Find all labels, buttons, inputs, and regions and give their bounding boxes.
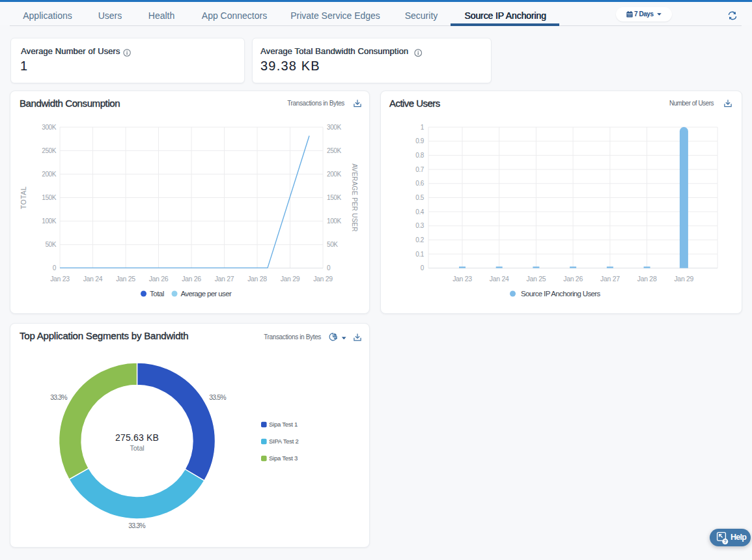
svg-text:Jan 29: Jan 29 <box>281 275 300 283</box>
svg-text:0.7: 0.7 <box>415 166 425 173</box>
svg-text:0.2: 0.2 <box>415 236 425 244</box>
svg-text:50K: 50K <box>45 241 56 248</box>
svg-text:Jan 23: Jan 23 <box>50 275 70 283</box>
svg-text:Jan 25: Jan 25 <box>527 275 546 283</box>
svg-text:Jan 28: Jan 28 <box>247 275 267 283</box>
svg-text:0: 0 <box>327 264 331 272</box>
svg-text:Jan 27: Jan 27 <box>600 275 620 283</box>
svg-text:Jan 26: Jan 26 <box>563 275 583 283</box>
svg-text:Jan 29: Jan 29 <box>313 275 333 283</box>
svg-text:33.3%: 33.3% <box>128 522 145 529</box>
svg-text:Jan 27: Jan 27 <box>215 275 234 283</box>
svg-text:Jan 29: Jan 29 <box>674 275 693 283</box>
svg-text:0.1: 0.1 <box>415 251 425 258</box>
svg-text:100K: 100K <box>42 217 56 225</box>
svg-text:200K: 200K <box>327 171 341 178</box>
svg-text:50K: 50K <box>327 241 338 248</box>
svg-text:Transactions in Bytes: Transactions in Bytes <box>264 333 321 341</box>
svg-text:275.63 KB: 275.63 KB <box>115 432 159 443</box>
svg-text:Sipa Test 3: Sipa Test 3 <box>269 455 298 462</box>
svg-text:Source IP Anchoring Users: Source IP Anchoring Users <box>521 290 601 298</box>
svg-text:Top Application Segments by Ba: Top Application Segments by Bandwidth <box>20 330 188 341</box>
svg-text:300K: 300K <box>42 124 56 131</box>
svg-text:150K: 150K <box>327 194 341 201</box>
svg-text:Jan 23: Jan 23 <box>453 275 472 283</box>
svg-text:Total: Total <box>130 444 144 452</box>
svg-text:0.6: 0.6 <box>415 180 425 187</box>
svg-text:0: 0 <box>53 264 57 272</box>
svg-text:?: ? <box>724 539 727 544</box>
svg-text:33.3%: 33.3% <box>50 393 67 401</box>
svg-text:Number of Users: Number of Users <box>669 100 714 107</box>
svg-text:Transactions in Bytes: Transactions in Bytes <box>287 100 344 107</box>
svg-text:100K: 100K <box>327 217 341 225</box>
svg-text:SIPA Test 2: SIPA Test 2 <box>269 438 298 445</box>
svg-text:AVERAGE PER USER: AVERAGE PER USER <box>351 163 358 232</box>
svg-text:Jan 26: Jan 26 <box>149 275 169 283</box>
svg-text:250K: 250K <box>42 147 56 154</box>
svg-text:Jan 24: Jan 24 <box>490 275 509 283</box>
svg-text:150K: 150K <box>42 194 56 201</box>
svg-text:0.5: 0.5 <box>415 194 425 201</box>
svg-text:Jan 24: Jan 24 <box>83 275 103 283</box>
svg-text:1: 1 <box>421 124 425 131</box>
svg-text:Jan 25: Jan 25 <box>116 275 135 283</box>
svg-text:0.8: 0.8 <box>415 152 425 159</box>
svg-text:TOTAL: TOTAL <box>20 186 27 209</box>
svg-text:300K: 300K <box>327 124 341 131</box>
svg-text:Average per user: Average per user <box>181 290 232 298</box>
svg-text:250K: 250K <box>327 147 341 154</box>
svg-text:200K: 200K <box>42 171 56 178</box>
svg-text:0.3: 0.3 <box>415 222 425 229</box>
svg-text:0.9: 0.9 <box>415 137 425 145</box>
svg-text:Jan 26: Jan 26 <box>182 275 201 283</box>
svg-text:0.4: 0.4 <box>415 208 425 216</box>
svg-text:Bandwidth Consumption: Bandwidth Consumption <box>20 98 120 109</box>
svg-text:0: 0 <box>421 264 425 272</box>
svg-text:Total: Total <box>150 290 164 298</box>
svg-text:Jan 28: Jan 28 <box>637 275 657 283</box>
svg-text:Active Users: Active Users <box>389 98 440 109</box>
svg-text:33.5%: 33.5% <box>209 393 226 401</box>
svg-text:Sipa Test 1: Sipa Test 1 <box>269 421 298 428</box>
